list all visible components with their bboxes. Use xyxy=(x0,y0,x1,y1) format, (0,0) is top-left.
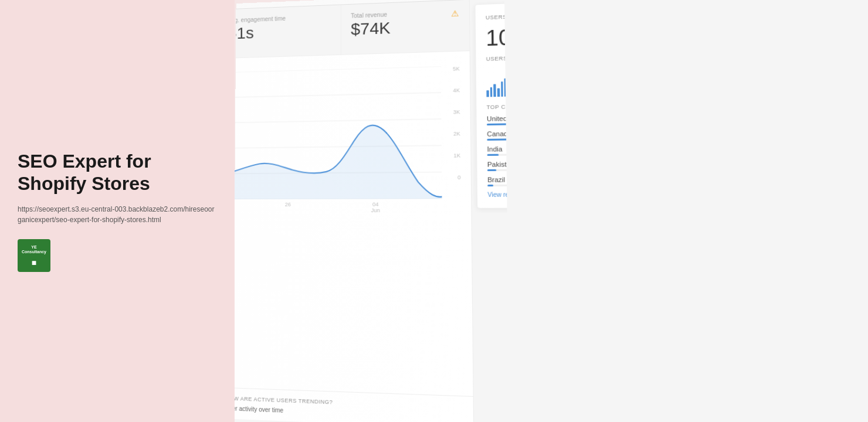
users-bar-chart xyxy=(486,64,510,97)
y-label-1k: 1K xyxy=(453,152,460,158)
top-bar-dot-2 xyxy=(238,0,242,2)
dashboard-content: Avg. engagement time 51s Total revenue $… xyxy=(233,0,510,422)
bar-item xyxy=(490,87,492,97)
middle-column: USERS IN LAST 30 MINUTES ↻ 102 USERS PER… xyxy=(470,0,510,422)
left-panel: SEO Expert for Shopify Stores https://se… xyxy=(0,0,235,422)
y-label-2k: 2K xyxy=(453,131,460,137)
x-axis: 26 04Jun xyxy=(233,199,442,213)
top-countries-title: TOP COUNTRIES USERS xyxy=(487,102,510,110)
page-url: https://seoexpert.s3.eu-central-003.back… xyxy=(18,204,217,225)
country-bar-container xyxy=(487,153,510,156)
dashboard-wrapper: Avg. engagement time 51s Total revenue $… xyxy=(233,0,868,422)
country-bar-fill xyxy=(487,169,497,171)
bar-item xyxy=(494,84,496,97)
country-row: India xyxy=(487,144,510,156)
engagement-value: 51s xyxy=(233,21,331,43)
y-axis: 5K 4K 3K 2K 1K 0 xyxy=(441,66,461,181)
country-bar-fill xyxy=(487,185,493,186)
country-bar-fill xyxy=(487,154,499,156)
country-bar-fill xyxy=(487,122,510,125)
x-label-2: 26 xyxy=(285,202,291,213)
top-bar-dot-3 xyxy=(246,0,251,2)
line-chart-container: 5K 4K 3K 2K 1K 0 xyxy=(233,66,461,199)
users-widget-title: USERS IN LAST 30 MINUTES ↻ xyxy=(486,10,510,22)
svg-line-3 xyxy=(233,145,442,148)
svg-line-2 xyxy=(233,119,441,122)
warning-icon: ⚠ xyxy=(451,9,459,19)
bar-item xyxy=(508,80,510,96)
y-label-4k: 4K xyxy=(453,87,460,94)
country-name: Pakistan xyxy=(487,159,510,168)
right-panel: Avg. engagement time 51s Total revenue $… xyxy=(233,0,868,422)
country-name: United States xyxy=(487,113,510,122)
country-bar-fill xyxy=(487,138,507,141)
revenue-label: Total revenue xyxy=(351,11,390,19)
page-title: SEO Expert for Shopify Stores xyxy=(18,150,217,195)
bar-item xyxy=(501,81,503,97)
users-title-text: USERS IN LAST 30 MINUTES xyxy=(486,11,510,21)
top-countries-label: TOP COUNTRIES xyxy=(487,103,510,110)
country-row: Brazil xyxy=(487,175,510,186)
bar-item xyxy=(486,90,489,97)
svg-line-0 xyxy=(233,66,440,72)
bar-item xyxy=(504,79,507,97)
bar-item xyxy=(497,89,500,97)
y-label-0: 0 xyxy=(457,175,461,181)
country-row: Pakistan xyxy=(487,159,510,171)
line-chart-svg xyxy=(233,66,442,199)
svg-line-1 xyxy=(233,93,441,97)
brand-icon: ■ xyxy=(32,257,36,268)
y-label-3k: 3K xyxy=(453,109,460,115)
country-bar-container xyxy=(487,184,510,186)
brand-name: YE Consultancy xyxy=(18,244,50,256)
country-name: Canada xyxy=(487,128,510,137)
country-name: Brazil xyxy=(487,175,510,183)
country-bar-container xyxy=(487,137,510,141)
users-per-min-label: USERS PER MINUTE xyxy=(486,53,510,62)
country-row: Canada xyxy=(487,128,510,141)
metric-card-revenue: Total revenue $74K ⚠ xyxy=(341,0,470,55)
country-row: United States xyxy=(487,113,510,125)
x-label-4: 04Jun xyxy=(371,202,380,214)
users-count: 102 xyxy=(486,22,510,51)
line-chart-area: 5K 4K 3K 2K 1K 0 xyxy=(233,51,473,396)
metrics-row: Avg. engagement time 51s Total revenue $… xyxy=(233,0,469,59)
countries-list: United States Canada India Pakistan xyxy=(487,113,510,186)
metric-card-engagement: Avg. engagement time 51s xyxy=(233,5,341,58)
left-column: Avg. engagement time 51s Total revenue $… xyxy=(233,0,474,422)
y-label-5k: 5K xyxy=(453,66,460,72)
country-name: India xyxy=(487,144,510,153)
country-bar-container xyxy=(487,168,510,171)
users-widget: USERS IN LAST 30 MINUTES ↻ 102 USERS PER… xyxy=(474,0,510,209)
view-realtime-link[interactable]: View realtime → xyxy=(487,191,510,198)
revenue-value: $74K xyxy=(351,19,391,39)
brand-logo[interactable]: YE Consultancy ■ xyxy=(18,239,50,272)
country-value xyxy=(487,186,510,187)
